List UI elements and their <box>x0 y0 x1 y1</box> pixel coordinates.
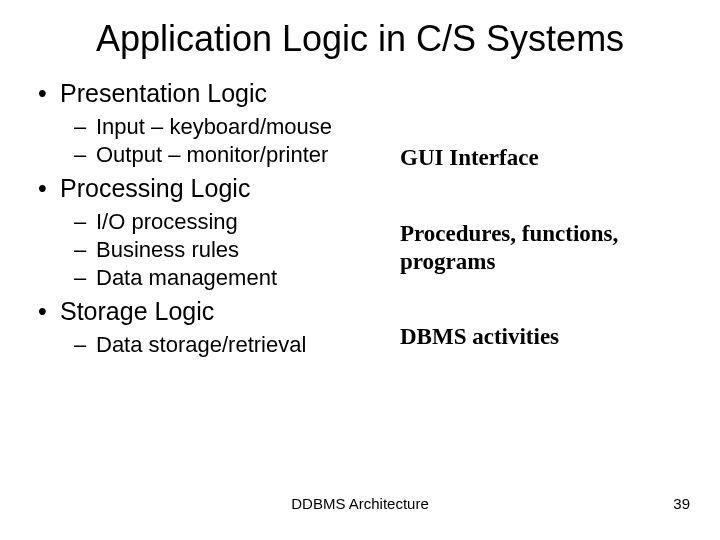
dash-icon: – <box>74 265 96 291</box>
list-item-text: Output – monitor/printer <box>96 142 328 168</box>
annotation: DBMS activities <box>400 323 690 351</box>
section-heading: • Processing Logic <box>38 174 400 203</box>
section-heading-text: Processing Logic <box>60 174 250 203</box>
section-heading-text: Storage Logic <box>60 297 214 326</box>
content-area: • Presentation Logic – Input – keyboard/… <box>30 79 690 398</box>
dash-icon: – <box>74 142 96 168</box>
list-item-text: I/O processing <box>96 209 238 235</box>
dash-icon: – <box>74 114 96 140</box>
left-column: • Presentation Logic – Input – keyboard/… <box>30 79 400 398</box>
list-item-text: Data management <box>96 265 277 291</box>
bullet-icon: • <box>38 79 60 108</box>
list-item: – Business rules <box>74 237 400 263</box>
annotation: Procedures, functions, programs <box>400 220 690 275</box>
annotation: GUI Interface <box>400 144 690 172</box>
page-number: 39 <box>673 495 690 512</box>
list-item: – I/O processing <box>74 209 400 235</box>
list-item: – Output – monitor/printer <box>74 142 400 168</box>
footer-text: DDBMS Architecture <box>0 495 720 512</box>
list-item-text: Business rules <box>96 237 239 263</box>
list-item: – Input – keyboard/mouse <box>74 114 400 140</box>
section-heading: • Storage Logic <box>38 297 400 326</box>
dash-icon: – <box>74 332 96 358</box>
slide-title: Application Logic in C/S Systems <box>30 18 690 59</box>
bullet-icon: • <box>38 297 60 326</box>
list-item: – Data management <box>74 265 400 291</box>
dash-icon: – <box>74 237 96 263</box>
dash-icon: – <box>74 209 96 235</box>
bullet-icon: • <box>38 174 60 203</box>
right-column: GUI Interface Procedures, functions, pro… <box>400 79 690 398</box>
list-item-text: Input – keyboard/mouse <box>96 114 332 140</box>
list-item: – Data storage/retrieval <box>74 332 400 358</box>
section-heading-text: Presentation Logic <box>60 79 267 108</box>
section-heading: • Presentation Logic <box>38 79 400 108</box>
list-item-text: Data storage/retrieval <box>96 332 306 358</box>
